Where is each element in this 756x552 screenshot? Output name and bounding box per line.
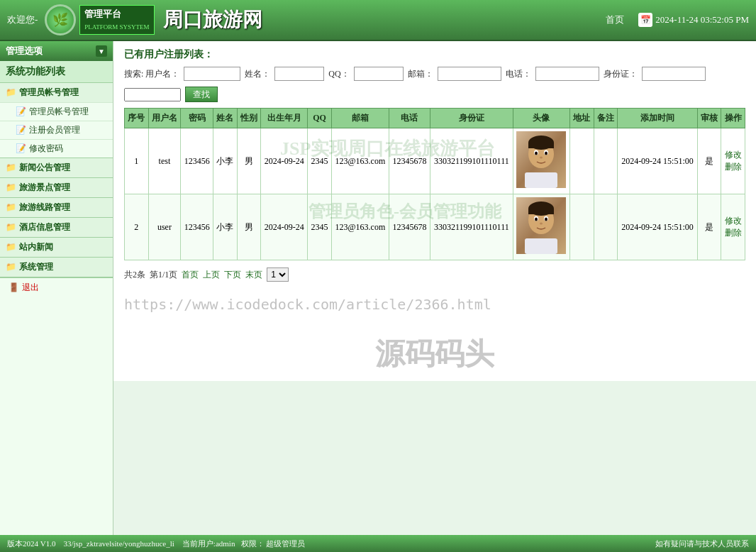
big-watermark: 源码码头: [124, 334, 745, 374]
search-button[interactable]: 查找: [185, 87, 218, 102]
search-qq-label: QQ：: [328, 68, 349, 80]
platform-title: 管理平台: [84, 7, 149, 22]
search-qq-input[interactable]: [354, 67, 404, 81]
search-email-label: 邮箱：: [408, 68, 433, 80]
datetime-container: 📅 2024-11-24 03:52:05 PM: [638, 13, 749, 27]
delete-link-1[interactable]: 删除: [724, 161, 742, 173]
pagination: 共2条 第1/1页 首页 上页 下页 末页 1: [124, 267, 745, 282]
cell-address: [570, 194, 594, 260]
table-body: 1 test 123456 小李 男 2024-09-24 2345 123@1…: [125, 128, 745, 260]
col-avatar: 头像: [513, 109, 569, 128]
search-email-input[interactable]: [438, 67, 501, 81]
welcome-text: 欢迎您-: [7, 13, 38, 26]
help-text: 如有疑问请与技术人员联系: [655, 539, 749, 549]
search-bar: 搜索: 用户名： 姓名： QQ： 邮箱： 电话： 身份证：: [124, 67, 745, 81]
col-name: 姓名: [213, 109, 238, 128]
col-birthday: 出生年月: [261, 109, 308, 128]
svg-rect-11: [525, 172, 557, 188]
search-username-input[interactable]: [184, 67, 240, 81]
cell-name: 小李: [213, 194, 238, 260]
first-page-link[interactable]: 首页: [182, 269, 199, 281]
search-extra-input[interactable]: [124, 88, 181, 101]
url-watermark: https://www.icodedock.com/article/2366.h…: [124, 296, 745, 313]
cell-phone: 12345678: [389, 128, 430, 194]
prev-page-link[interactable]: 上页: [203, 269, 220, 281]
cell-remark: [594, 194, 618, 260]
group-hotel-label: 酒店信息管理: [19, 221, 70, 233]
search-name-input[interactable]: [274, 67, 324, 81]
sidebar-group-news-title[interactable]: 📁 新闻公告管理: [0, 158, 113, 177]
datetime-text: 2024-11-24 03:52:05 PM: [655, 14, 749, 26]
sidebar-group-site-news-title[interactable]: 📁 站内新闻: [0, 238, 113, 257]
last-page-link[interactable]: 末页: [245, 269, 262, 281]
sidebar-group-site-news: 📁 站内新闻: [0, 238, 113, 258]
main-wrapper: 已有用户注册列表： 搜索: 用户名： 姓名： QQ： 邮箱： 电话： 身份证： …: [113, 41, 756, 535]
folder-news-icon: 📁: [6, 162, 16, 173]
sidebar-group-system-title[interactable]: 📁 系统管理: [0, 258, 113, 277]
sidebar-header: 管理选项 ▼: [0, 41, 113, 61]
table-header-row: 序号 用户名 密码 姓名 性别 出生年月 QQ 邮箱 电话 身份证 头像 地址: [125, 109, 745, 128]
search-name-label: 姓名：: [245, 68, 270, 80]
main-content: 已有用户注册列表： 搜索: 用户名： 姓名： QQ： 邮箱： 电话： 身份证： …: [113, 41, 756, 381]
search-phone-input[interactable]: [535, 67, 599, 81]
sidebar-group-hotel-title[interactable]: 📁 酒店信息管理: [0, 218, 113, 237]
platform-label: 管理平台 PLATFORM SYSYTEM: [79, 5, 154, 34]
sidebar-item-exit[interactable]: 🚪 退出: [0, 277, 113, 297]
col-remark: 备注: [594, 109, 618, 128]
cell-email: 123@163.com: [331, 128, 389, 194]
svg-rect-5: [528, 143, 554, 148]
search-id-label: 身份证：: [604, 68, 638, 80]
cell-username: user: [148, 194, 181, 260]
nav-links[interactable]: 首页: [606, 13, 624, 26]
version-text: 版本2024 V1.0: [7, 539, 55, 548]
group-system-label: 系统管理: [19, 261, 53, 273]
home-link[interactable]: 首页: [606, 14, 624, 25]
footer: 版本2024 V1.0 33/jsp_zktravelsite/yonghuzh…: [0, 535, 756, 552]
edit-link-1[interactable]: 修改: [724, 149, 742, 161]
menu-label: 管理选项: [6, 45, 43, 57]
sidebar-group-admin: 📁 管理员帐号管理 📝 管理员帐号管理 📝 注册会员管理 📝 修改密码: [0, 83, 113, 158]
exit-icon: 🚪: [9, 282, 19, 293]
sidebar-item-change-password[interactable]: 📝 修改密码: [0, 139, 113, 158]
cell-idcard: 330321199101110111: [430, 128, 513, 194]
sidebar-item-register-member[interactable]: 📝 注册会员管理: [0, 121, 113, 139]
cell-audit: 是: [697, 194, 721, 260]
cell-addtime: 2024-09-24 15:51:00: [618, 194, 698, 260]
search-id-input[interactable]: [642, 67, 706, 81]
role-text: 权限： 超级管理员: [241, 539, 306, 548]
table-row: 2 user 123456 小李 男 2024-09-24 2345 123@1…: [125, 194, 745, 260]
cell-password: 123456: [181, 194, 213, 260]
cell-remark: [594, 128, 618, 194]
header: 欢迎您- 🌿 管理平台 PLATFORM SYSYTEM 周口旅游网 首页 📅 …: [0, 0, 756, 41]
sidebar-group-scenic-title[interactable]: 📁 旅游景点管理: [0, 178, 113, 197]
sidebar-group-route-title[interactable]: 📁 旅游线路管理: [0, 198, 113, 217]
sidebar-group-admin-title[interactable]: 📁 管理员帐号管理: [0, 83, 113, 102]
sidebar-item-admin-account[interactable]: 📝 管理员帐号管理: [0, 102, 113, 121]
register-member-label: 注册会员管理: [29, 124, 80, 136]
next-page-link[interactable]: 下页: [224, 269, 241, 281]
chevron-down-icon[interactable]: ▼: [96, 45, 107, 57]
cell-id: 1: [125, 128, 149, 194]
delete-link-2[interactable]: 删除: [724, 227, 742, 239]
folder-route-icon: 📁: [6, 202, 16, 213]
sidebar-group-system: 📁 系统管理: [0, 258, 113, 277]
folder-icon: 📁: [6, 87, 16, 98]
col-address: 地址: [570, 109, 594, 128]
cell-addtime: 2024-09-24 15:51:00: [618, 128, 698, 194]
data-table: 序号 用户名 密码 姓名 性别 出生年月 QQ 邮箱 电话 身份证 头像 地址: [124, 108, 745, 260]
col-gender: 性别: [237, 109, 261, 128]
cell-idcard: 330321199101110111: [430, 194, 513, 260]
col-password: 密码: [181, 109, 213, 128]
table-container: 序号 用户名 密码 姓名 性别 出生年月 QQ 邮箱 电话 身份证 头像 地址: [124, 108, 745, 260]
edit-link-2[interactable]: 修改: [724, 215, 742, 227]
sidebar-group-news: 📁 新闻公告管理: [0, 158, 113, 178]
cell-audit: 是: [697, 128, 721, 194]
page-select[interactable]: 1: [267, 267, 289, 282]
col-email: 邮箱: [331, 109, 389, 128]
svg-point-21: [545, 218, 547, 221]
col-actions: 操作: [721, 109, 745, 128]
total-count: 共2条: [124, 269, 145, 281]
col-phone: 电话: [389, 109, 430, 128]
cell-phone: 12345678: [389, 194, 430, 260]
section-title: 系统功能列表: [0, 61, 113, 83]
